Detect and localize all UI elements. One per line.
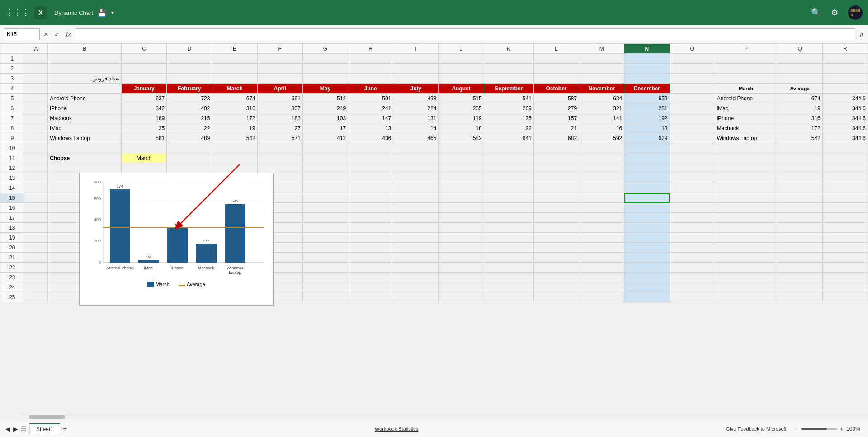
cell-b6[interactable]: iPhone [48, 103, 122, 113]
cell-h7[interactable]: 147 [348, 113, 393, 123]
nav-menu[interactable]: ☰ [21, 425, 27, 432]
settings-icon[interactable]: ⚙ [831, 8, 838, 18]
cell-k5[interactable]: 541 [484, 94, 533, 103]
cell-n5[interactable]: 659 [624, 94, 670, 103]
cell-j4[interactable]: August [439, 84, 484, 94]
cell-h6[interactable]: 241 [348, 103, 393, 113]
workbook-stats[interactable]: Workbook Statistics [375, 426, 418, 432]
cell-i5[interactable]: 498 [393, 94, 439, 103]
zoom-out-btn[interactable]: − [795, 425, 798, 432]
cell-f5[interactable]: 691 [257, 94, 302, 103]
add-sheet-btn[interactable]: + [63, 425, 67, 433]
cell-m8[interactable]: 16 [579, 123, 624, 133]
col-header-h[interactable]: H [348, 44, 393, 54]
cell-g9[interactable]: 412 [302, 133, 348, 143]
cell-g5[interactable]: 512 [302, 94, 348, 103]
cell-f7[interactable]: 183 [257, 113, 302, 123]
cell-e8[interactable]: 19 [212, 123, 257, 133]
cell-n4[interactable]: December [624, 84, 670, 94]
cell-i7[interactable]: 131 [393, 113, 439, 123]
cell-e6[interactable]: 316 [212, 103, 257, 113]
feedback-text[interactable]: Give Feedback to Microsoft [726, 426, 787, 432]
cell-k8[interactable]: 22 [484, 123, 533, 133]
col-header-q[interactable]: Q [777, 44, 822, 54]
cell-j7[interactable]: 119 [439, 113, 484, 123]
cell-c6[interactable]: 342 [122, 103, 167, 113]
cell-k4[interactable]: September [484, 84, 533, 94]
cell-b3[interactable]: تعداد فروش [48, 74, 122, 84]
grid-icon[interactable]: ⋮⋮⋮ [5, 8, 30, 18]
avatar[interactable]: shadu [848, 5, 863, 20]
col-header-g[interactable]: G [302, 44, 348, 54]
zoom-slider-track[interactable] [801, 428, 837, 430]
col-header-o[interactable]: O [670, 44, 715, 54]
name-box[interactable]: N15 [4, 28, 40, 40]
cell-i6[interactable]: 224 [393, 103, 439, 113]
cell-f4[interactable]: April [257, 84, 302, 94]
col-header-k[interactable]: K [484, 44, 533, 54]
cell-m7[interactable]: 141 [579, 113, 624, 123]
cell-n7[interactable]: 192 [624, 113, 670, 123]
cell-d7[interactable]: 215 [167, 113, 212, 123]
collapse-btn[interactable]: ∧ [859, 30, 864, 38]
cell-b9[interactable]: Windows Laptop [48, 133, 122, 143]
cell-d8[interactable]: 22 [167, 123, 212, 133]
cell-h4[interactable]: June [348, 84, 393, 94]
cell-l8[interactable]: 21 [533, 123, 579, 133]
h-scroll[interactable] [19, 414, 868, 420]
cell-g8[interactable]: 17 [302, 123, 348, 133]
cell-i9[interactable]: 465 [393, 133, 439, 143]
col-header-i[interactable]: I [393, 44, 439, 54]
sheet-tab[interactable]: Sheet1 [29, 423, 60, 434]
cell-d5[interactable]: 723 [167, 94, 212, 103]
formula-input[interactable] [75, 28, 855, 40]
col-header-e[interactable]: E [212, 44, 257, 54]
cell-l7[interactable]: 157 [533, 113, 579, 123]
cell-h8[interactable]: 13 [348, 123, 393, 133]
cell-c4[interactable]: January [122, 84, 167, 94]
cell-c8[interactable]: 25 [122, 123, 167, 133]
cell-b11[interactable]: Choose [48, 153, 122, 163]
check-icon[interactable]: ✓ [52, 31, 61, 38]
col-header-m[interactable]: M [579, 44, 624, 54]
cell-l5[interactable]: 587 [533, 94, 579, 103]
cell-l6[interactable]: 279 [533, 103, 579, 113]
cell-m6[interactable]: 321 [579, 103, 624, 113]
cell-h9[interactable]: 436 [348, 133, 393, 143]
cell-e7[interactable]: 172 [212, 113, 257, 123]
col-header-d[interactable]: D [167, 44, 212, 54]
cell-e9[interactable]: 542 [212, 133, 257, 143]
zoom-in-btn[interactable]: + [840, 425, 844, 432]
cell-c9[interactable]: 561 [122, 133, 167, 143]
cell-c11[interactable]: March [122, 153, 167, 163]
cell-k6[interactable]: 269 [484, 103, 533, 113]
cell-c5[interactable]: 637 [122, 94, 167, 103]
cell-m5[interactable]: 634 [579, 94, 624, 103]
cell-j9[interactable]: 582 [439, 133, 484, 143]
nav-prev[interactable]: ◀ [5, 425, 10, 432]
col-header-f[interactable]: F [257, 44, 302, 54]
cell-j8[interactable]: 18 [439, 123, 484, 133]
cell-l9[interactable]: 682 [533, 133, 579, 143]
cell-b7[interactable]: Macbook [48, 113, 122, 123]
cell-j6[interactable]: 265 [439, 103, 484, 113]
cell-k7[interactable]: 125 [484, 113, 533, 123]
cell-m4[interactable]: November [579, 84, 624, 94]
cross-icon[interactable]: ✕ [42, 31, 51, 38]
col-header-b[interactable]: B [48, 44, 122, 54]
col-header-a[interactable]: A [24, 44, 48, 54]
cell-i4[interactable]: July [393, 84, 439, 94]
cell-h5[interactable]: 501 [348, 94, 393, 103]
cell-c7[interactable]: 189 [122, 113, 167, 123]
cell-e5[interactable]: 674 [212, 94, 257, 103]
cell-l4[interactable]: October [533, 84, 579, 94]
cell-n15[interactable] [624, 193, 670, 203]
col-header-r[interactable]: R [822, 44, 868, 54]
cell-d9[interactable]: 489 [167, 133, 212, 143]
dropdown-icon[interactable]: ▾ [111, 9, 114, 16]
cell-g4[interactable]: May [302, 84, 348, 94]
nav-next[interactable]: ▶ [13, 425, 18, 432]
cell-g7[interactable]: 103 [302, 113, 348, 123]
cell-e4[interactable]: March [212, 84, 257, 94]
cell-i8[interactable]: 14 [393, 123, 439, 133]
